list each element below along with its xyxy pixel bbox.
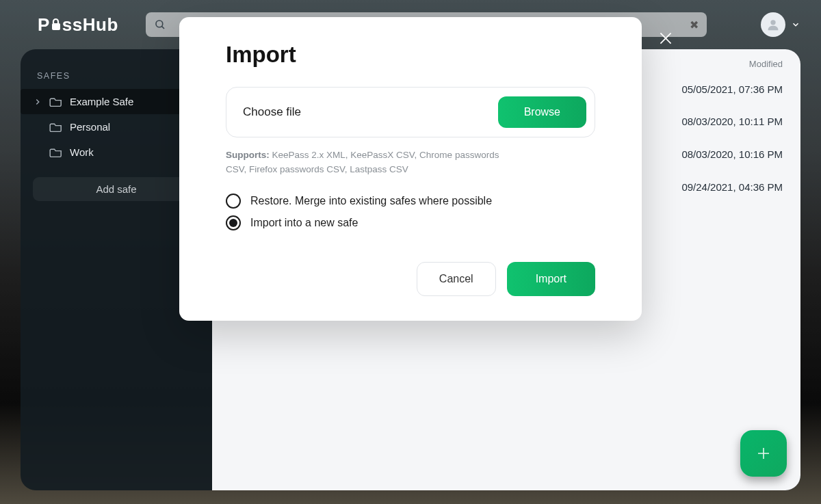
- file-picker-label: Choose file: [243, 105, 301, 119]
- radio-dot: [229, 219, 237, 227]
- option-label: Import into a new safe: [250, 217, 358, 229]
- supports-prefix: Supports:: [226, 150, 270, 160]
- close-icon: [657, 29, 675, 47]
- option-restore[interactable]: Restore. Merge into existing safes where…: [226, 194, 595, 209]
- import-button[interactable]: Import: [507, 262, 595, 296]
- option-label: Restore. Merge into existing safes where…: [250, 195, 492, 207]
- modal-backdrop: Import Choose file Browse Supports: KeeP…: [0, 0, 821, 504]
- close-modal-button[interactable]: [657, 29, 675, 50]
- file-picker: Choose file Browse: [226, 87, 595, 137]
- import-modal: Import Choose file Browse Supports: KeeP…: [179, 17, 642, 321]
- modal-title: Import: [226, 42, 595, 68]
- radio-icon: [226, 194, 241, 209]
- browse-button[interactable]: Browse: [498, 96, 586, 128]
- supported-formats: Supports: KeePass 2.x XML, KeePassX CSV,…: [226, 148, 520, 177]
- cancel-button[interactable]: Cancel: [417, 262, 496, 296]
- option-import-new[interactable]: Import into a new safe: [226, 215, 595, 230]
- radio-icon: [226, 215, 241, 230]
- modal-actions: Cancel Import: [226, 262, 595, 296]
